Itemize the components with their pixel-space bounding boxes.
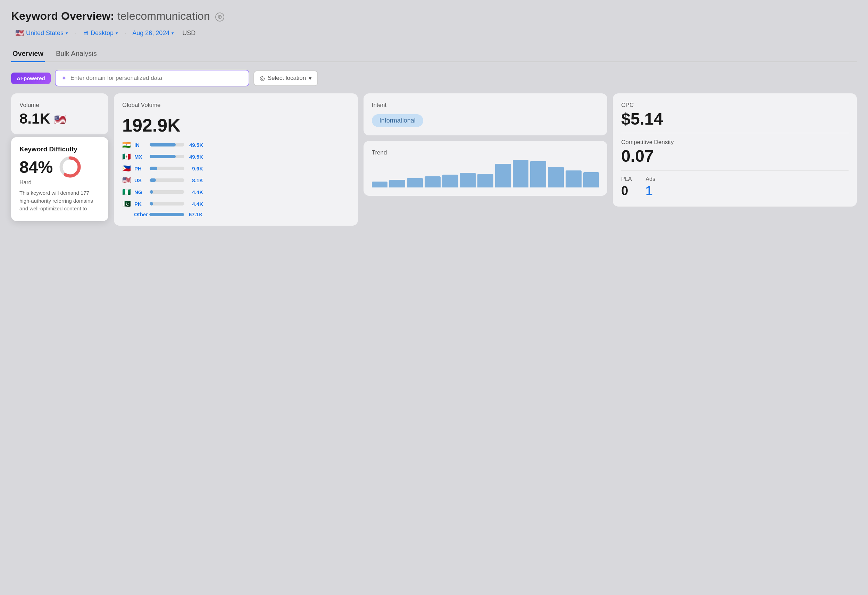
country-code[interactable]: US <box>134 177 146 183</box>
country-label: United States <box>26 30 63 37</box>
domain-input[interactable] <box>71 75 243 81</box>
bar-fill <box>150 202 153 205</box>
location-pin-icon: ◎ <box>260 75 265 82</box>
bar-fill <box>150 190 153 194</box>
cpc-divider-1 <box>621 133 849 133</box>
add-keyword-icon[interactable]: ⊕ <box>215 12 224 22</box>
country-flag-icon: 🇵🇭 <box>122 164 131 173</box>
volume-card: Volume 8.1K 🇺🇸 <box>11 93 108 134</box>
global-volume-value: 192.9K <box>122 116 350 134</box>
trend-bar <box>565 170 582 188</box>
trend-bar <box>425 176 441 188</box>
bar-background <box>150 167 185 170</box>
country-code[interactable]: IN <box>134 142 146 148</box>
date-label: Aug 26, 2024 <box>132 30 170 37</box>
list-item: 🇳🇬 NG 4.4K <box>122 188 350 196</box>
list-item: 🇲🇽 MX 49.5K <box>122 152 350 161</box>
country-volume: 67.1K <box>187 211 203 217</box>
global-volume-card: Global Volume 192.9K 🇮🇳 IN 49.5K 🇲🇽 MX 4… <box>114 93 358 226</box>
device-icon: 🖥 <box>82 30 89 37</box>
device-label: Desktop <box>91 30 114 37</box>
list-item: 🇵🇰 PK 4.4K <box>122 199 350 208</box>
location-select-button[interactable]: ◎ Select location ▾ <box>254 71 318 86</box>
bar-background <box>150 155 185 158</box>
trend-bar <box>477 174 493 188</box>
global-volume-label: Global Volume <box>122 102 350 109</box>
trend-bar <box>495 164 511 188</box>
volume-number: 8.1K <box>19 111 50 127</box>
country-code[interactable]: PH <box>134 165 146 171</box>
bar-fill <box>150 155 176 158</box>
kd-value-row: 84% <box>19 156 100 178</box>
bar-background <box>150 190 185 194</box>
filter-divider-1: · <box>74 30 77 37</box>
country-filter-button[interactable]: 🇺🇸 United States ▾ <box>11 27 72 39</box>
page-title: Keyword Overview: telecommunication ⊕ <box>11 10 857 22</box>
intent-trend-column: Intent Informational Trend <box>363 93 608 196</box>
keyword-difficulty-card: Keyword Difficulty 84% Hard This keyword… <box>11 137 108 221</box>
bar-fill <box>150 167 157 170</box>
trend-card: Trend <box>363 141 608 196</box>
trend-bar <box>372 182 388 188</box>
ads-label: Ads <box>646 176 655 182</box>
list-item: 🇮🇳 IN 49.5K <box>122 140 350 149</box>
country-flag-icon: 🇺🇸 <box>122 176 131 185</box>
list-item: 🇵🇭 PH 9.9K <box>122 164 350 173</box>
country-code[interactable]: PK <box>134 201 146 207</box>
spark-icon: ✦ <box>61 74 67 82</box>
cards-grid: Volume 8.1K 🇺🇸 Keyword Difficulty 84% Ha… <box>11 93 857 226</box>
kd-label: Keyword Difficulty <box>19 145 100 153</box>
list-item: 🇺🇸 US 8.1K <box>122 176 350 185</box>
volume-flag-icon: 🇺🇸 <box>54 114 66 125</box>
device-filter-button[interactable]: 🖥 Desktop ▾ <box>78 27 122 39</box>
title-prefix: Keyword Overview: <box>11 10 114 22</box>
country-volume: 4.4K <box>188 189 203 195</box>
trend-bar <box>442 174 458 188</box>
currency-label: USD <box>180 27 198 39</box>
trend-bar <box>389 180 405 188</box>
list-item: Other 67.1K <box>122 211 350 217</box>
location-select-label: Select location <box>268 75 306 81</box>
pla-value: 0 <box>621 184 632 198</box>
country-code[interactable]: Other <box>134 211 146 217</box>
competitive-density-label: Competitive Density <box>621 139 849 146</box>
country-code[interactable]: NG <box>134 189 146 195</box>
trend-bar <box>548 167 564 188</box>
country-flag-icon: 🇺🇸 <box>15 29 24 37</box>
country-volume: 9.9K <box>188 165 203 171</box>
bar-background <box>149 213 184 216</box>
intent-badge: Informational <box>372 114 423 127</box>
bar-fill <box>150 143 176 146</box>
bar-fill <box>150 179 156 182</box>
device-chevron-icon: ▾ <box>116 31 118 36</box>
bar-background <box>150 179 185 182</box>
kd-donut-chart <box>59 156 81 178</box>
volume-label: Volume <box>19 102 100 109</box>
ai-powered-badge: AI-powered <box>11 72 51 84</box>
intent-card: Intent Informational <box>363 93 608 135</box>
trend-bar <box>407 178 423 188</box>
country-rows: 🇮🇳 IN 49.5K 🇲🇽 MX 49.5K 🇵🇭 PH 9.9K 🇺🇸 US <box>122 140 350 217</box>
trend-bar <box>460 173 476 188</box>
tab-bulk-analysis[interactable]: Bulk Analysis <box>55 46 98 62</box>
country-chevron-icon: ▾ <box>66 31 68 36</box>
pla-ads-row: PLA 0 Ads 1 <box>621 176 849 198</box>
date-filter-button[interactable]: Aug 26, 2024 ▾ <box>128 27 178 39</box>
kd-percent: 84% <box>19 158 53 177</box>
country-flag-icon: 🇲🇽 <box>122 152 131 161</box>
ads-item: Ads 1 <box>646 176 655 198</box>
cpc-divider-2 <box>621 170 849 170</box>
svg-point-2 <box>64 161 77 173</box>
ads-value: 1 <box>646 184 655 198</box>
trend-bar <box>513 160 529 188</box>
country-code[interactable]: MX <box>134 154 146 160</box>
cpc-value: $5.14 <box>621 111 849 127</box>
filter-divider-2: · <box>124 30 127 37</box>
cpc-card: CPC $5.14 Competitive Density 0.07 PLA 0… <box>613 93 857 207</box>
tab-overview[interactable]: Overview <box>11 46 45 62</box>
pla-item: PLA 0 <box>621 176 632 198</box>
volume-value: 8.1K 🇺🇸 <box>19 111 100 126</box>
country-volume: 49.5K <box>188 142 203 148</box>
kd-level: Hard <box>19 180 100 186</box>
bar-background <box>150 202 185 205</box>
